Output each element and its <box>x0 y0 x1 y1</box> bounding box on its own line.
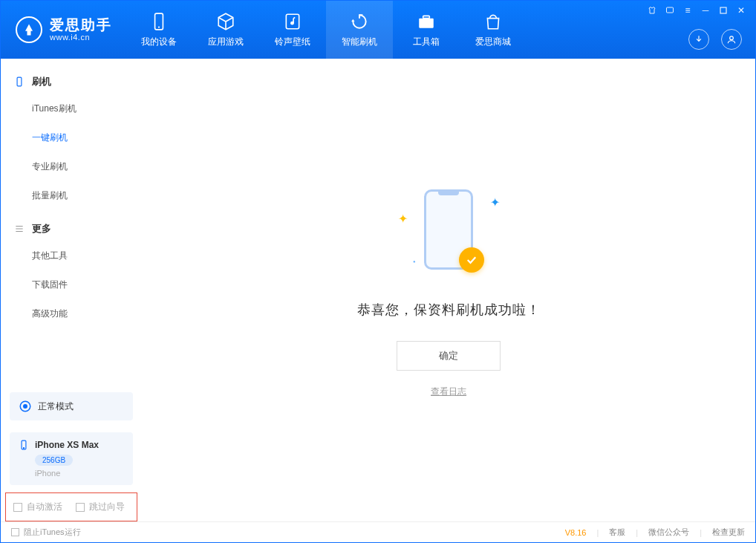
app-title: 爱思助手 <box>50 18 112 33</box>
success-illustration: ✦ ✦ ● <box>374 182 523 286</box>
nav-tab-apps[interactable]: 应用游戏 <box>192 1 259 59</box>
sparkle-icon: ● <box>413 259 419 265</box>
list-icon <box>14 224 25 234</box>
checkbox-icon <box>11 528 19 536</box>
ok-button[interactable]: 确定 <box>397 341 501 371</box>
close-button[interactable]: ✕ <box>736 5 746 16</box>
checkbox-icon <box>76 503 85 512</box>
app-header: 爱思助手 www.i4.cn 我的设备 应用游戏 铃声壁纸 智能刷机 工具箱 爱… <box>1 1 755 59</box>
checkbox-row: 自动激活 跳过向导 <box>5 492 137 521</box>
cube-icon <box>216 12 235 31</box>
sidebar-item-oneclick[interactable]: 一键刷机 <box>1 123 142 152</box>
user-button[interactable] <box>721 29 742 50</box>
device-storage: 256GB <box>35 455 73 466</box>
nav-tab-toolbox[interactable]: 工具箱 <box>393 1 460 59</box>
device-type: iPhone <box>35 469 124 478</box>
shirt-icon[interactable] <box>647 5 657 16</box>
sidebar-item-batch[interactable]: 批量刷机 <box>1 181 142 210</box>
svg-rect-10 <box>17 77 22 86</box>
sidebar-item-firmware[interactable]: 下载固件 <box>1 270 142 299</box>
menu-icon[interactable]: ≡ <box>682 5 693 16</box>
phone-icon <box>19 440 29 450</box>
svg-marker-4 <box>351 19 354 21</box>
app-logo: 爱思助手 www.i4.cn <box>1 16 126 43</box>
sidebar-item-tools[interactable]: 其他工具 <box>1 241 142 270</box>
sidebar-item-advanced[interactable]: 高级功能 <box>1 299 142 328</box>
svg-rect-6 <box>423 16 430 18</box>
check-badge-icon <box>459 247 484 273</box>
nav-tab-device[interactable]: 我的设备 <box>126 1 192 59</box>
refresh-icon <box>350 12 369 31</box>
svg-rect-8 <box>720 7 726 13</box>
mode-label: 正常模式 <box>38 400 74 413</box>
update-link[interactable]: 检查更新 <box>712 527 745 538</box>
nav-tab-flash[interactable]: 智能刷机 <box>326 1 393 59</box>
svg-point-9 <box>730 36 734 40</box>
checkbox-icon <box>13 503 22 512</box>
main-content: ✦ ✦ ● 恭喜您，保资料刷机成功啦！ 确定 查看日志 <box>142 59 755 521</box>
wechat-link[interactable]: 微信公众号 <box>648 527 689 538</box>
mode-card[interactable]: 正常模式 <box>10 392 133 420</box>
support-link[interactable]: 客服 <box>609 527 625 538</box>
music-icon <box>283 12 302 31</box>
logo-icon <box>16 16 42 43</box>
svg-point-3 <box>291 22 293 24</box>
check-auto-activate[interactable]: 自动激活 <box>13 501 62 513</box>
svg-point-12 <box>24 405 27 409</box>
svg-point-1 <box>158 26 160 27</box>
check-skip-wizard[interactable]: 跳过向导 <box>76 501 125 513</box>
svg-rect-5 <box>419 18 434 27</box>
mode-icon <box>19 400 32 413</box>
maximize-button[interactable] <box>718 5 729 16</box>
version-label: V8.16 <box>565 528 587 537</box>
download-button[interactable] <box>688 29 709 50</box>
block-itunes-check[interactable]: 阻止iTunes运行 <box>11 527 81 538</box>
sidebar-heading-more: 更多 <box>1 216 142 241</box>
window-controls: ≡ ─ ✕ <box>647 5 746 16</box>
device-card[interactable]: iPhone XS Max 256GB iPhone <box>10 432 133 485</box>
nav-tab-store[interactable]: 爱思商城 <box>460 1 527 59</box>
app-url: www.i4.cn <box>50 33 112 42</box>
nav-tabs: 我的设备 应用游戏 铃声壁纸 智能刷机 工具箱 爱思商城 <box>126 1 527 59</box>
success-title: 恭喜您，保资料刷机成功啦！ <box>357 301 541 319</box>
footer: 阻止iTunes运行 V8.16 | 客服 | 微信公众号 | 检查更新 <box>1 521 755 542</box>
minimize-button[interactable]: ─ <box>700 5 711 16</box>
nav-tab-wallpaper[interactable]: 铃声壁纸 <box>259 1 326 59</box>
device-name: iPhone XS Max <box>35 440 99 450</box>
sidebar: 刷机 iTunes刷机 一键刷机 专业刷机 批量刷机 更多 其他工具 下载固件 … <box>1 59 142 521</box>
toolbox-icon <box>417 12 436 31</box>
feedback-icon[interactable] <box>665 5 675 16</box>
sparkle-icon: ✦ <box>398 212 404 218</box>
svg-rect-7 <box>667 7 674 13</box>
sidebar-item-pro[interactable]: 专业刷机 <box>1 152 142 181</box>
view-log-link[interactable]: 查看日志 <box>431 386 466 398</box>
device-icon <box>149 12 169 31</box>
sidebar-heading-flash: 刷机 <box>1 69 142 94</box>
bag-icon <box>483 12 503 31</box>
sparkle-icon: ✦ <box>490 195 496 201</box>
sidebar-item-itunes[interactable]: iTunes刷机 <box>1 94 142 123</box>
svg-point-14 <box>23 448 24 449</box>
phone-icon <box>14 77 25 87</box>
